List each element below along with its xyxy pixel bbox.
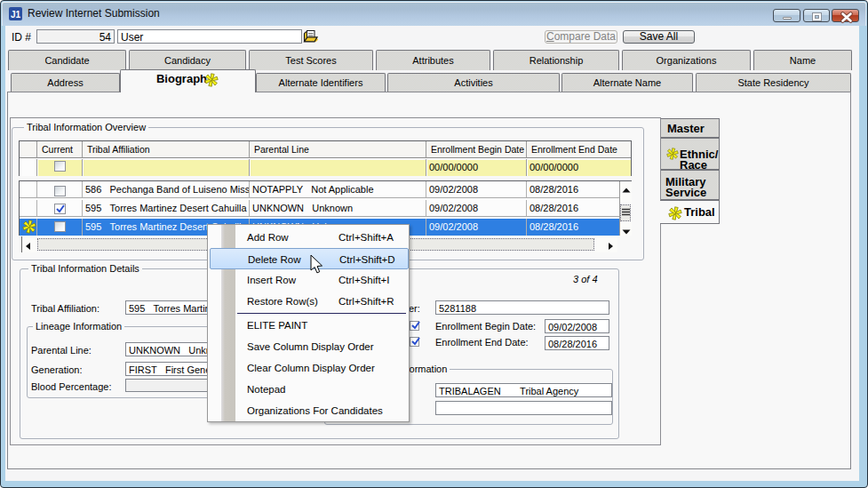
svg-text:J1: J1 bbox=[11, 10, 21, 20]
